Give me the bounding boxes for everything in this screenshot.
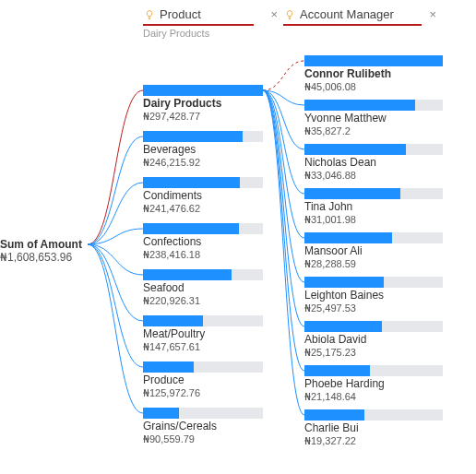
bar-fill bbox=[304, 55, 443, 66]
product-label: Produce bbox=[143, 374, 263, 387]
root-value: ₦1,608,653.96 bbox=[0, 251, 82, 264]
bar-track bbox=[304, 409, 443, 421]
bar-track bbox=[304, 100, 443, 111]
product-label: Dairy Products bbox=[143, 98, 263, 111]
bar-track bbox=[143, 85, 263, 96]
bar-track bbox=[143, 223, 263, 234]
manager-value: ₦31,001.98 bbox=[304, 214, 443, 226]
root-label: Sum of Amount bbox=[0, 238, 82, 251]
product-node[interactable]: Beverages ₦246,215.92 bbox=[143, 131, 263, 169]
header-manager[interactable]: Account Manager × bbox=[283, 7, 440, 21]
manager-value: ₦25,497.53 bbox=[304, 302, 443, 314]
bar-fill bbox=[143, 269, 232, 280]
product-value: ₦147,657.61 bbox=[143, 341, 263, 353]
bar-fill bbox=[304, 365, 370, 376]
bar-track bbox=[143, 408, 263, 419]
manager-value: ₦45,006.08 bbox=[304, 81, 443, 93]
bar-fill bbox=[304, 232, 392, 243]
bar-fill bbox=[143, 85, 263, 96]
bar-track bbox=[304, 55, 443, 66]
bar-track bbox=[304, 232, 443, 243]
bar-track bbox=[304, 321, 443, 332]
close-icon[interactable]: × bbox=[425, 7, 440, 21]
manager-label: Phoebe Harding bbox=[304, 378, 443, 391]
header-underline bbox=[143, 24, 254, 26]
bulb-icon bbox=[283, 8, 296, 21]
manager-node[interactable]: Abiola David ₦25,175.23 bbox=[304, 321, 443, 359]
bar-track bbox=[143, 269, 263, 280]
manager-node[interactable]: Mansoor Ali ₦28,288.59 bbox=[304, 232, 443, 270]
header-product-sub: Dairy Products bbox=[143, 28, 209, 39]
bar-track bbox=[143, 315, 263, 326]
bar-fill bbox=[304, 100, 415, 111]
product-value: ₦241,476.62 bbox=[143, 203, 263, 215]
bar-fill bbox=[143, 315, 203, 326]
manager-label: Connor Rulibeth bbox=[304, 68, 443, 81]
bar-fill bbox=[304, 144, 406, 155]
product-value: ₦220,926.31 bbox=[143, 295, 263, 307]
product-node[interactable]: Seafood ₦220,926.31 bbox=[143, 269, 263, 307]
bar-track bbox=[304, 277, 443, 288]
header-manager-label: Account Manager bbox=[300, 7, 425, 21]
bar-fill bbox=[143, 177, 240, 188]
bar-fill bbox=[304, 321, 382, 332]
product-label: Meat/Poultry bbox=[143, 328, 263, 341]
product-node[interactable]: Confections ₦238,416.18 bbox=[143, 223, 263, 261]
product-node[interactable]: Dairy Products ₦297,428.77 bbox=[143, 85, 263, 123]
bar-fill bbox=[304, 277, 384, 288]
bar-fill bbox=[143, 223, 239, 234]
bar-fill bbox=[143, 131, 243, 142]
product-node[interactable]: Grains/Cereals ₦90,559.79 bbox=[143, 408, 263, 445]
close-icon[interactable]: × bbox=[267, 7, 281, 21]
manager-value: ₦28,288.59 bbox=[304, 258, 443, 270]
manager-label: Charlie Bui bbox=[304, 422, 443, 435]
product-label: Confections bbox=[143, 236, 263, 249]
product-node[interactable]: Condiments ₦241,476.62 bbox=[143, 177, 263, 215]
product-label: Beverages bbox=[143, 144, 263, 157]
bar-track bbox=[143, 361, 263, 373]
header-underline bbox=[283, 24, 422, 26]
manager-value: ₦35,827.2 bbox=[304, 125, 443, 137]
bar-track bbox=[143, 177, 263, 188]
product-value: ₦90,559.79 bbox=[143, 433, 263, 445]
bar-fill bbox=[143, 408, 179, 419]
manager-label: Nicholas Dean bbox=[304, 157, 443, 170]
manager-label: Mansoor Ali bbox=[304, 245, 443, 258]
manager-value: ₦33,046.88 bbox=[304, 170, 443, 182]
root-node[interactable]: Sum of Amount ₦1,608,653.96 bbox=[0, 238, 82, 264]
product-node[interactable]: Meat/Poultry ₦147,657.61 bbox=[143, 315, 263, 353]
product-value: ₦297,428.77 bbox=[143, 111, 263, 123]
manager-node[interactable]: Leighton Baines ₦25,497.53 bbox=[304, 277, 443, 314]
bar-track bbox=[143, 131, 263, 142]
bar-fill bbox=[304, 188, 400, 199]
manager-node[interactable]: Charlie Bui ₦19,327.22 bbox=[304, 409, 443, 447]
manager-node[interactable]: Yvonne Matthew ₦35,827.2 bbox=[304, 100, 443, 137]
bulb-icon bbox=[143, 8, 156, 21]
product-value: ₦238,416.18 bbox=[143, 249, 263, 261]
product-label: Grains/Cereals bbox=[143, 421, 263, 433]
header-product-label: Product bbox=[160, 7, 267, 21]
manager-value: ₦25,175.23 bbox=[304, 347, 443, 359]
manager-label: Leighton Baines bbox=[304, 290, 443, 302]
manager-node[interactable]: Connor Rulibeth ₦45,006.08 bbox=[304, 55, 443, 93]
manager-label: Tina John bbox=[304, 201, 443, 214]
product-label: Condiments bbox=[143, 190, 263, 203]
manager-node[interactable]: Phoebe Harding ₦21,148.64 bbox=[304, 365, 443, 403]
header-product[interactable]: Product × bbox=[143, 7, 281, 21]
manager-value: ₦21,148.64 bbox=[304, 391, 443, 403]
bar-fill bbox=[143, 361, 194, 373]
product-label: Seafood bbox=[143, 282, 263, 295]
manager-node[interactable]: Nicholas Dean ₦33,046.88 bbox=[304, 144, 443, 182]
bar-track bbox=[304, 144, 443, 155]
product-value: ₦246,215.92 bbox=[143, 157, 263, 169]
bar-track bbox=[304, 188, 443, 199]
bar-track bbox=[304, 365, 443, 376]
product-node[interactable]: Produce ₦125,972.76 bbox=[143, 361, 263, 399]
product-value: ₦125,972.76 bbox=[143, 387, 263, 399]
manager-label: Abiola David bbox=[304, 334, 443, 347]
manager-node[interactable]: Tina John ₦31,001.98 bbox=[304, 188, 443, 226]
headers: Product × Account Manager × bbox=[0, 7, 476, 21]
manager-label: Yvonne Matthew bbox=[304, 113, 443, 125]
bar-fill bbox=[304, 409, 364, 421]
manager-value: ₦19,327.22 bbox=[304, 435, 443, 447]
